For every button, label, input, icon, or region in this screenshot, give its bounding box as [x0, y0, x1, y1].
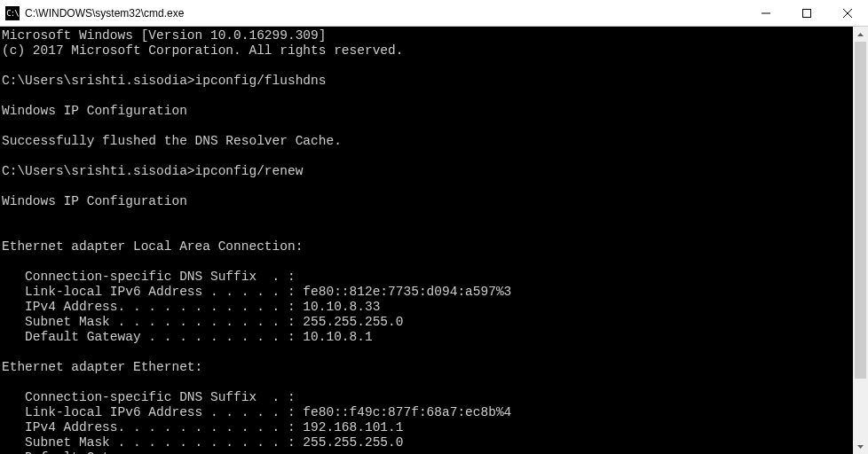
terminal-output[interactable]: Microsoft Windows [Version 10.0.16299.30…: [0, 27, 853, 454]
maximize-button[interactable]: [786, 0, 827, 26]
window-controls: [746, 0, 868, 26]
scroll-down-arrow-icon[interactable]: [853, 439, 868, 454]
svg-marker-5: [857, 445, 864, 449]
svg-rect-1: [803, 9, 811, 17]
title-bar[interactable]: C:\ C:\WINDOWS\system32\cmd.exe: [0, 0, 868, 27]
window-title: C:\WINDOWS\system32\cmd.exe: [25, 7, 746, 20]
close-button[interactable]: [827, 0, 868, 26]
cmd-icon: C:\: [5, 6, 20, 20]
terminal-area: Microsoft Windows [Version 10.0.16299.30…: [0, 27, 868, 454]
svg-marker-4: [857, 33, 864, 36]
vertical-scrollbar[interactable]: [853, 27, 868, 454]
scroll-up-arrow-icon[interactable]: [853, 27, 868, 42]
minimize-button[interactable]: [746, 0, 786, 26]
scrollbar-thumb[interactable]: [855, 42, 866, 379]
scrollbar-track[interactable]: [853, 42, 868, 439]
